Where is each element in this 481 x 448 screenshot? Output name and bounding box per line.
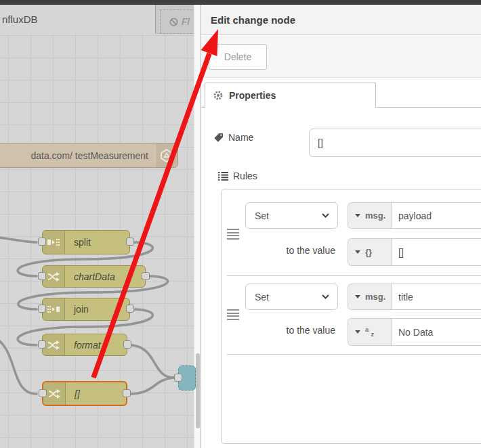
ban-icon bbox=[169, 18, 178, 26]
string-type-icon: a z bbox=[365, 327, 374, 337]
node-join[interactable]: join bbox=[42, 298, 130, 321]
msg-type-label: msg. bbox=[365, 292, 385, 302]
edit-tray: Edit change node Delete Properties Name … bbox=[201, 5, 481, 448]
influxdb-icon bbox=[155, 143, 177, 167]
scrollbar-thumb[interactable] bbox=[196, 353, 200, 428]
typed-input-type-button[interactable]: msg. bbox=[348, 284, 392, 309]
rules-container: Set msg. payload to the value {} [] bbox=[221, 189, 481, 444]
typed-input-type-button[interactable]: {} bbox=[348, 239, 392, 265]
flow-tab-label: nfluxDB bbox=[2, 14, 38, 25]
rules-label: Rules bbox=[218, 171, 257, 181]
tag-icon bbox=[213, 133, 224, 143]
caret-down-icon bbox=[355, 250, 360, 254]
tab-properties[interactable]: Properties bbox=[205, 83, 376, 108]
rule-value: [] bbox=[392, 239, 404, 265]
name-label: Name bbox=[213, 132, 253, 143]
output-port[interactable] bbox=[123, 340, 131, 349]
flow-tab-label: Fl bbox=[182, 16, 190, 27]
caret-down-icon bbox=[355, 295, 360, 298]
flow-workspace: nfluxDB Fl data.com/ bbox=[0, 5, 201, 448]
node-label: [] bbox=[66, 382, 126, 405]
node-change-chartdata[interactable]: chartData bbox=[42, 265, 146, 288]
node-influxdb-out[interactable]: data.com/ testMeasurement bbox=[0, 143, 178, 168]
typed-input-type-button[interactable]: msg. bbox=[348, 203, 392, 228]
header-bar bbox=[0, 0, 481, 5]
chevron-down-icon bbox=[322, 213, 329, 218]
json-type-icon: {} bbox=[365, 247, 372, 257]
output-port[interactable] bbox=[142, 272, 150, 280]
node-change-selected[interactable]: [] bbox=[42, 381, 127, 406]
gear-icon bbox=[213, 90, 224, 101]
input-port[interactable] bbox=[174, 374, 182, 382]
rule-drag-handle[interactable] bbox=[227, 309, 239, 320]
rule1-value-input[interactable]: {} [] bbox=[348, 238, 481, 266]
node-split[interactable]: split bbox=[42, 230, 130, 254]
rule1-action-select[interactable]: Set bbox=[245, 202, 338, 229]
node-label: chartData bbox=[65, 266, 145, 287]
node-chart-partial[interactable] bbox=[178, 365, 196, 390]
flow-tab-influxdb[interactable]: nfluxDB bbox=[0, 5, 156, 34]
rule2-property-input[interactable]: msg. title bbox=[348, 284, 481, 310]
input-port[interactable] bbox=[38, 272, 46, 280]
output-port[interactable] bbox=[126, 305, 134, 313]
node-label: format bbox=[65, 334, 127, 355]
to-the-value-label: to the value bbox=[245, 245, 335, 256]
node-label: data.com/ testMeasurement bbox=[0, 143, 155, 167]
rule2-action-select[interactable]: Set bbox=[245, 284, 338, 310]
property-value: title bbox=[392, 284, 413, 309]
node-change-format[interactable]: format bbox=[42, 334, 127, 356]
node-label: join bbox=[65, 298, 129, 320]
caret-down-icon bbox=[355, 214, 360, 217]
caret-down-icon bbox=[355, 330, 360, 334]
list-icon bbox=[218, 171, 228, 181]
input-port[interactable] bbox=[38, 305, 46, 313]
node-red-editor: nfluxDB Fl data.com/ bbox=[0, 0, 481, 448]
input-port[interactable] bbox=[38, 238, 46, 246]
rule1-property-input[interactable]: msg. payload bbox=[348, 202, 481, 229]
tray-toolbar: Delete bbox=[201, 36, 481, 78]
delete-button[interactable]: Delete bbox=[209, 44, 267, 70]
msg-type-label: msg. bbox=[365, 210, 385, 221]
flow-tabbar: nfluxDB Fl bbox=[0, 5, 201, 34]
rule-value: No Data bbox=[392, 319, 433, 345]
rule-separator bbox=[227, 354, 481, 355]
rule-drag-handle[interactable] bbox=[227, 229, 239, 240]
flow-canvas[interactable]: data.com/ testMeasurement bbox=[0, 34, 196, 448]
input-port[interactable] bbox=[39, 389, 47, 397]
typed-input-type-button[interactable]: a z bbox=[348, 319, 392, 345]
tray-header: Edit change node bbox=[201, 5, 481, 35]
name-input[interactable]: [] bbox=[309, 129, 481, 157]
node-label: split bbox=[65, 231, 129, 254]
chevron-down-icon bbox=[322, 294, 329, 299]
property-value: payload bbox=[392, 203, 432, 228]
rule2-value-input[interactable]: a z No Data bbox=[348, 318, 481, 346]
tab-properties-label: Properties bbox=[229, 90, 276, 101]
to-the-value-label: to the value bbox=[245, 325, 335, 336]
rule-separator bbox=[227, 275, 481, 276]
input-port[interactable] bbox=[38, 340, 46, 349]
output-port[interactable] bbox=[123, 389, 131, 397]
tray-title: Edit change node bbox=[211, 14, 295, 26]
output-port[interactable] bbox=[126, 238, 134, 246]
